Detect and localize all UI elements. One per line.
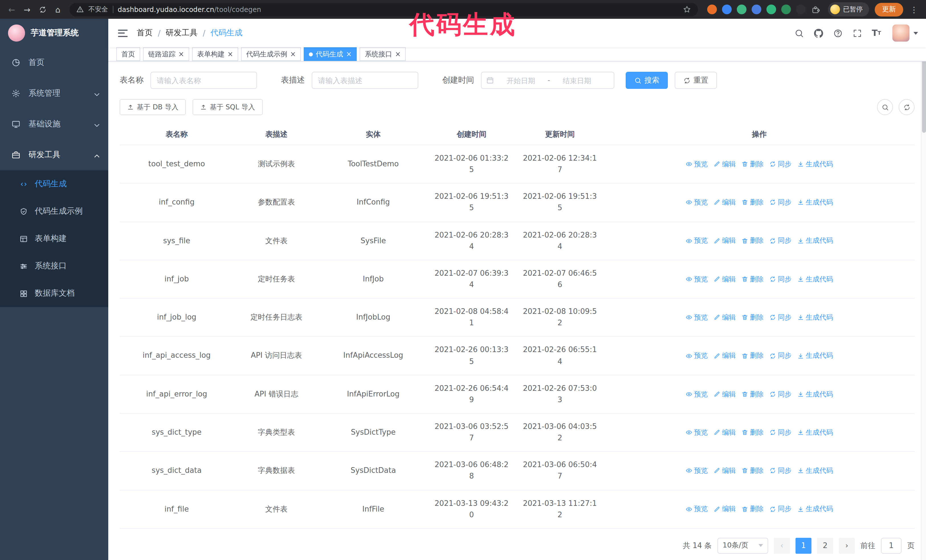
sync-link[interactable]: 同步: [769, 274, 791, 284]
sidebar-item-3[interactable]: 研发工具: [0, 140, 108, 171]
generate-code-link[interactable]: 生成代码: [797, 465, 833, 476]
sidebar-subitem-0[interactable]: 代码生成: [0, 171, 108, 198]
sidebar-subitem-4[interactable]: 数据库文档: [0, 280, 108, 307]
edit-link[interactable]: 编辑: [713, 197, 736, 208]
prev-page-button[interactable]: ‹: [774, 538, 790, 554]
sync-link[interactable]: 同步: [769, 312, 791, 323]
import-db-button[interactable]: 基于 DB 导入: [120, 99, 186, 115]
tab-item-3[interactable]: 代码生成示例×: [241, 47, 301, 61]
next-page-button[interactable]: ›: [839, 538, 855, 554]
scrollbar-thumb[interactable]: [922, 53, 926, 133]
sync-link[interactable]: 同步: [769, 197, 791, 208]
table-name-input[interactable]: [157, 76, 251, 85]
preview-link[interactable]: 预览: [685, 389, 708, 399]
capture-extension-icon[interactable]: [766, 5, 776, 14]
toggle-search-button[interactable]: [877, 99, 893, 115]
sync-link[interactable]: 同步: [769, 389, 791, 399]
search-button[interactable]: 搜索: [626, 72, 668, 89]
generate-code-link[interactable]: 生成代码: [797, 159, 833, 169]
end-date-input[interactable]: [552, 76, 601, 85]
vue-devtools-extension-icon[interactable]: [737, 5, 746, 14]
delete-link[interactable]: 删除: [741, 351, 764, 361]
preview-link[interactable]: 预览: [685, 197, 708, 208]
user-menu[interactable]: [893, 24, 918, 42]
breadcrumb-item-0[interactable]: 首页: [137, 28, 153, 38]
preview-link[interactable]: 预览: [685, 504, 708, 515]
sync-link[interactable]: 同步: [769, 159, 791, 169]
table-desc-input[interactable]: [318, 76, 412, 85]
edit-link[interactable]: 编辑: [713, 389, 736, 399]
profile-paused-chip[interactable]: 已暂停: [828, 2, 869, 17]
fullscreen-button[interactable]: [848, 22, 866, 44]
window-scrollbar[interactable]: [921, 19, 926, 560]
edit-link[interactable]: 编辑: [713, 427, 736, 438]
date-range-picker[interactable]: -: [481, 72, 614, 89]
tab-item-4[interactable]: 代码生成×: [304, 47, 357, 61]
tab-item-0[interactable]: 首页: [116, 47, 140, 61]
tab-item-5[interactable]: 系统接口×: [360, 47, 406, 61]
sidebar-subitem-2[interactable]: 表单构建: [0, 225, 108, 252]
sidebar-subitem-1[interactable]: 代码生成示例: [0, 198, 108, 225]
edit-link[interactable]: 编辑: [713, 274, 736, 284]
bookmark-star-icon[interactable]: [682, 5, 691, 14]
delete-link[interactable]: 删除: [741, 197, 764, 208]
import-sql-button[interactable]: 基于 SQL 导入: [193, 99, 262, 115]
browser-back-button[interactable]: ←: [5, 2, 19, 17]
leaf-extension-icon[interactable]: [781, 5, 791, 14]
github-button[interactable]: [809, 22, 828, 44]
edit-link[interactable]: 编辑: [713, 235, 736, 246]
tampermonkey-extension-icon[interactable]: [796, 5, 805, 14]
delete-link[interactable]: 删除: [741, 465, 764, 476]
users-extension-icon[interactable]: [751, 5, 761, 14]
sync-link[interactable]: 同步: [769, 504, 791, 515]
edit-link[interactable]: 编辑: [713, 159, 736, 169]
sidebar-item-0[interactable]: 首页: [0, 47, 108, 78]
font-size-button[interactable]: TT: [867, 22, 885, 44]
extensions-puzzle-icon[interactable]: [811, 5, 820, 14]
delete-link[interactable]: 删除: [741, 274, 764, 284]
close-icon[interactable]: ×: [395, 51, 401, 57]
header-search-button[interactable]: [790, 22, 808, 44]
preview-link[interactable]: 预览: [685, 465, 708, 476]
delete-link[interactable]: 删除: [741, 427, 764, 438]
tab-item-1[interactable]: 链路追踪×: [143, 47, 189, 61]
close-icon[interactable]: ×: [290, 51, 296, 57]
sidebar-toggle-button[interactable]: [108, 19, 137, 47]
app-logo[interactable]: 芋道管理系统: [0, 19, 108, 47]
sidebar-subitem-3[interactable]: 系统接口: [0, 252, 108, 280]
page-button-2[interactable]: 2: [817, 538, 833, 554]
sync-link[interactable]: 同步: [769, 351, 791, 361]
preview-link[interactable]: 预览: [685, 312, 708, 323]
delete-link[interactable]: 删除: [741, 389, 764, 399]
refresh-table-button[interactable]: [899, 99, 915, 115]
help-button[interactable]: [829, 22, 847, 44]
url-bar[interactable]: 不安全 dashboard.yudao.iocoder.cn/tool/code…: [70, 3, 698, 16]
generate-code-link[interactable]: 生成代码: [797, 351, 833, 361]
sidebar-item-1[interactable]: 系统管理: [0, 78, 108, 109]
preview-link[interactable]: 预览: [685, 159, 708, 169]
delete-link[interactable]: 删除: [741, 312, 764, 323]
sidebar-item-2[interactable]: 基础设施: [0, 109, 108, 140]
goto-page-input[interactable]: [881, 538, 902, 554]
edit-link[interactable]: 编辑: [713, 465, 736, 476]
generate-code-link[interactable]: 生成代码: [797, 197, 833, 208]
edit-link[interactable]: 编辑: [713, 504, 736, 515]
edit-link[interactable]: 编辑: [713, 351, 736, 361]
delete-link[interactable]: 删除: [741, 504, 764, 515]
start-date-input[interactable]: [496, 76, 545, 85]
fox-extension-icon[interactable]: [707, 5, 717, 14]
preview-link[interactable]: 预览: [685, 351, 708, 361]
close-icon[interactable]: ×: [346, 51, 352, 57]
preview-link[interactable]: 预览: [685, 235, 708, 246]
generate-code-link[interactable]: 生成代码: [797, 274, 833, 284]
edit-link[interactable]: 编辑: [713, 312, 736, 323]
drop-extension-icon[interactable]: [722, 5, 731, 14]
generate-code-link[interactable]: 生成代码: [797, 235, 833, 246]
close-icon[interactable]: ×: [179, 51, 184, 57]
page-size-select[interactable]: 10条/页: [717, 538, 768, 554]
generate-code-link[interactable]: 生成代码: [797, 312, 833, 323]
delete-link[interactable]: 删除: [741, 235, 764, 246]
browser-reload-button[interactable]: [35, 2, 50, 17]
generate-code-link[interactable]: 生成代码: [797, 389, 833, 399]
browser-update-button[interactable]: 更新: [875, 3, 903, 16]
